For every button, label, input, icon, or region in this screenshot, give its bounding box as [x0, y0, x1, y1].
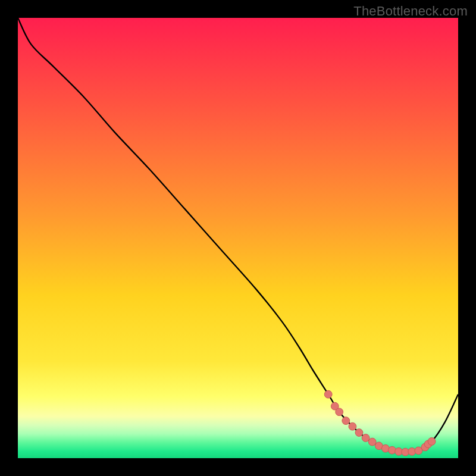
- chart-background: [18, 18, 458, 458]
- marker-dot: [349, 422, 356, 430]
- marker-dot: [324, 390, 332, 398]
- marker-dot: [336, 408, 343, 416]
- chart-svg: [18, 18, 458, 458]
- marker-dot: [368, 438, 376, 446]
- chart-canvas: [18, 18, 458, 458]
- marker-dot: [355, 429, 363, 437]
- marker-dot: [362, 434, 369, 442]
- marker-dot: [389, 446, 396, 454]
- marker-dot: [342, 417, 350, 425]
- marker-dot: [428, 437, 436, 445]
- stage: TheBottleneck.com: [0, 0, 476, 476]
- watermark-label: TheBottleneck.com: [353, 4, 468, 19]
